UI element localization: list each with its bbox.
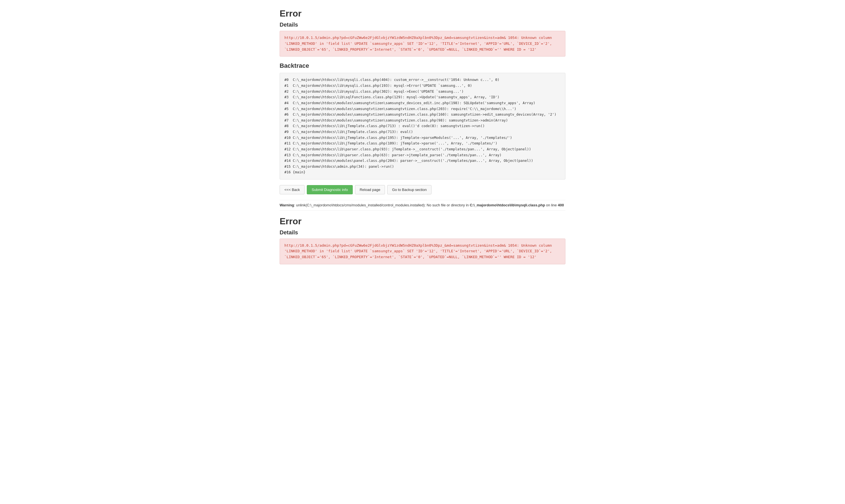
error-title-1: Error <box>280 8 565 19</box>
button-row-1: <<< Back Submit Diagnostic info Reload p… <box>280 185 565 194</box>
reload-button[interactable]: Reload page <box>355 185 385 194</box>
error-details-box-2: http://10.0.1.5/admin.php?pd=cGFuZWw6e2F… <box>280 238 565 264</box>
backtrace-box-1: #0 C:\_majordomo\htdocs\lib\mysqli.class… <box>280 73 565 179</box>
warning-label: Warning <box>280 203 294 207</box>
error-section-1: Error Details http://10.0.1.5/admin.php?… <box>280 8 565 194</box>
submit-diagnostic-button[interactable]: Submit Diagnostic info <box>307 185 352 194</box>
details-title-1: Details <box>280 21 565 28</box>
backup-button[interactable]: Go to Backup section <box>387 185 432 194</box>
error-title-2: Error <box>280 216 565 227</box>
warning-message: : unlink(C:\_majordomo\htdocs/cms/module… <box>294 203 470 207</box>
back-button[interactable]: <<< Back <box>280 185 304 194</box>
backtrace-title-1: Backtrace <box>280 62 565 69</box>
error-section-2: Error Details http://10.0.1.5/admin.php?… <box>280 216 565 264</box>
error-details-box-1: http://10.0.1.5/admin.php?pd=cGFuZWw6e2F… <box>280 31 565 57</box>
warning-line-label: on line <box>545 203 558 207</box>
warning-file-path: C:\_majordomo\htdocs\lib\mysqli.class.ph… <box>470 203 545 207</box>
warning-line-number: 400 <box>558 203 564 207</box>
page-container: Error Details http://10.0.1.5/admin.php?… <box>274 8 571 264</box>
details-title-2: Details <box>280 229 565 236</box>
warning-bar: Warning: unlink(C:\_majordomo\htdocs/cms… <box>280 200 565 211</box>
